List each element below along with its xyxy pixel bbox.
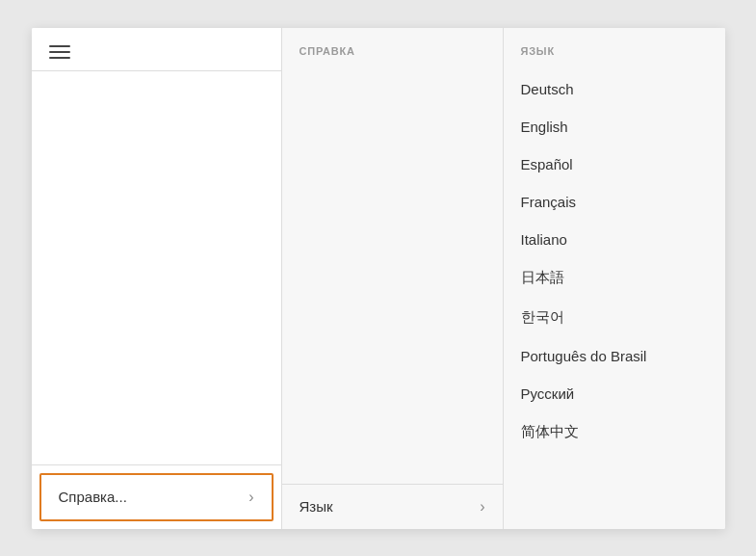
help-menu-item[interactable]: Справка... › (39, 473, 274, 521)
language-chevron-icon: › (480, 498, 484, 516)
language-item[interactable]: 한국어 (504, 298, 725, 337)
language-item[interactable]: Français (504, 183, 725, 221)
language-list: DeutschEnglishEspañolFrançaisItaliano日本語… (504, 70, 725, 529)
language-item[interactable]: Deutsch (504, 70, 725, 108)
hamburger-icon[interactable] (49, 45, 70, 59)
language-item[interactable]: 日本語 (504, 258, 725, 298)
language-item[interactable]: 简体中文 (504, 412, 725, 452)
language-item[interactable]: Português do Brasil (504, 337, 725, 375)
panel-mid-content: Язык › (282, 70, 503, 529)
panel-left-header (32, 28, 281, 71)
language-menu-item[interactable]: Язык › (282, 485, 503, 529)
language-item[interactable]: English (504, 108, 725, 146)
panel-mid-header: СПРАВКА (282, 28, 503, 70)
panel-mid: СПРАВКА Язык › (282, 28, 504, 529)
language-menu-label: Язык (300, 498, 333, 515)
language-item[interactable]: Español (504, 146, 725, 183)
divider-left (32, 464, 281, 465)
section-title-language: Язык (521, 45, 555, 57)
language-item[interactable]: Русский (504, 375, 725, 412)
help-menu-label: Справка... (59, 489, 127, 505)
help-chevron-icon: › (248, 489, 253, 506)
panel-left: Справка... › (32, 28, 282, 529)
app-window: Справка... › СПРАВКА Язык › Язык Deutsch… (32, 28, 725, 529)
language-item[interactable]: Italiano (504, 221, 725, 258)
panel-right-header: Язык (504, 28, 725, 70)
panel-right: Язык DeutschEnglishEspañolFrançaisItalia… (504, 28, 725, 529)
section-title-spravka: СПРАВКА (300, 45, 355, 57)
panel-left-content: Справка... › (32, 71, 281, 529)
